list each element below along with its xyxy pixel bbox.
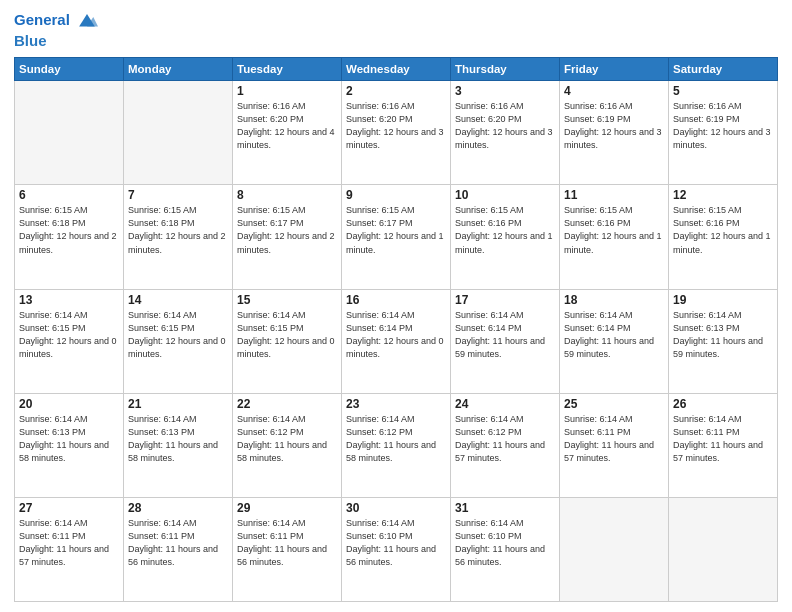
calendar-cell: 28Sunrise: 6:14 AM Sunset: 6:11 PM Dayli… bbox=[124, 497, 233, 601]
day-info: Sunrise: 6:14 AM Sunset: 6:12 PM Dayligh… bbox=[346, 413, 446, 465]
day-info: Sunrise: 6:15 AM Sunset: 6:18 PM Dayligh… bbox=[19, 204, 119, 256]
day-number: 5 bbox=[673, 84, 773, 98]
day-number: 30 bbox=[346, 501, 446, 515]
day-info: Sunrise: 6:14 AM Sunset: 6:11 PM Dayligh… bbox=[673, 413, 773, 465]
calendar-cell: 23Sunrise: 6:14 AM Sunset: 6:12 PM Dayli… bbox=[342, 393, 451, 497]
calendar-cell: 6Sunrise: 6:15 AM Sunset: 6:18 PM Daylig… bbox=[15, 185, 124, 289]
weekday-header-cell: Wednesday bbox=[342, 58, 451, 81]
day-info: Sunrise: 6:14 AM Sunset: 6:13 PM Dayligh… bbox=[128, 413, 228, 465]
day-number: 2 bbox=[346, 84, 446, 98]
day-number: 11 bbox=[564, 188, 664, 202]
day-info: Sunrise: 6:16 AM Sunset: 6:20 PM Dayligh… bbox=[346, 100, 446, 152]
calendar-cell bbox=[669, 497, 778, 601]
calendar-week-row: 6Sunrise: 6:15 AM Sunset: 6:18 PM Daylig… bbox=[15, 185, 778, 289]
calendar-cell: 27Sunrise: 6:14 AM Sunset: 6:11 PM Dayli… bbox=[15, 497, 124, 601]
calendar-cell: 17Sunrise: 6:14 AM Sunset: 6:14 PM Dayli… bbox=[451, 289, 560, 393]
day-info: Sunrise: 6:14 AM Sunset: 6:10 PM Dayligh… bbox=[455, 517, 555, 569]
day-number: 8 bbox=[237, 188, 337, 202]
weekday-header-cell: Thursday bbox=[451, 58, 560, 81]
calendar-cell: 9Sunrise: 6:15 AM Sunset: 6:17 PM Daylig… bbox=[342, 185, 451, 289]
day-number: 16 bbox=[346, 293, 446, 307]
day-number: 25 bbox=[564, 397, 664, 411]
day-info: Sunrise: 6:16 AM Sunset: 6:20 PM Dayligh… bbox=[237, 100, 337, 152]
day-info: Sunrise: 6:14 AM Sunset: 6:11 PM Dayligh… bbox=[128, 517, 228, 569]
day-info: Sunrise: 6:14 AM Sunset: 6:11 PM Dayligh… bbox=[564, 413, 664, 465]
day-info: Sunrise: 6:14 AM Sunset: 6:13 PM Dayligh… bbox=[19, 413, 119, 465]
weekday-header-cell: Friday bbox=[560, 58, 669, 81]
weekday-header-cell: Monday bbox=[124, 58, 233, 81]
day-info: Sunrise: 6:15 AM Sunset: 6:18 PM Dayligh… bbox=[128, 204, 228, 256]
day-number: 6 bbox=[19, 188, 119, 202]
calendar-cell: 1Sunrise: 6:16 AM Sunset: 6:20 PM Daylig… bbox=[233, 81, 342, 185]
day-info: Sunrise: 6:14 AM Sunset: 6:12 PM Dayligh… bbox=[237, 413, 337, 465]
calendar-cell: 10Sunrise: 6:15 AM Sunset: 6:16 PM Dayli… bbox=[451, 185, 560, 289]
day-number: 4 bbox=[564, 84, 664, 98]
day-number: 13 bbox=[19, 293, 119, 307]
day-info: Sunrise: 6:14 AM Sunset: 6:15 PM Dayligh… bbox=[128, 309, 228, 361]
day-number: 27 bbox=[19, 501, 119, 515]
day-info: Sunrise: 6:16 AM Sunset: 6:19 PM Dayligh… bbox=[673, 100, 773, 152]
calendar-week-row: 1Sunrise: 6:16 AM Sunset: 6:20 PM Daylig… bbox=[15, 81, 778, 185]
day-number: 14 bbox=[128, 293, 228, 307]
calendar-cell: 11Sunrise: 6:15 AM Sunset: 6:16 PM Dayli… bbox=[560, 185, 669, 289]
day-info: Sunrise: 6:14 AM Sunset: 6:14 PM Dayligh… bbox=[346, 309, 446, 361]
day-number: 1 bbox=[237, 84, 337, 98]
day-number: 3 bbox=[455, 84, 555, 98]
day-number: 26 bbox=[673, 397, 773, 411]
day-number: 12 bbox=[673, 188, 773, 202]
day-info: Sunrise: 6:15 AM Sunset: 6:16 PM Dayligh… bbox=[673, 204, 773, 256]
day-info: Sunrise: 6:14 AM Sunset: 6:11 PM Dayligh… bbox=[237, 517, 337, 569]
calendar-cell: 2Sunrise: 6:16 AM Sunset: 6:20 PM Daylig… bbox=[342, 81, 451, 185]
calendar-cell: 7Sunrise: 6:15 AM Sunset: 6:18 PM Daylig… bbox=[124, 185, 233, 289]
calendar-cell: 4Sunrise: 6:16 AM Sunset: 6:19 PM Daylig… bbox=[560, 81, 669, 185]
day-number: 15 bbox=[237, 293, 337, 307]
day-info: Sunrise: 6:14 AM Sunset: 6:15 PM Dayligh… bbox=[237, 309, 337, 361]
calendar-week-row: 13Sunrise: 6:14 AM Sunset: 6:15 PM Dayli… bbox=[15, 289, 778, 393]
calendar-cell: 16Sunrise: 6:14 AM Sunset: 6:14 PM Dayli… bbox=[342, 289, 451, 393]
logo: General Blue bbox=[14, 10, 98, 49]
day-number: 10 bbox=[455, 188, 555, 202]
weekday-header-cell: Sunday bbox=[15, 58, 124, 81]
day-info: Sunrise: 6:14 AM Sunset: 6:14 PM Dayligh… bbox=[564, 309, 664, 361]
calendar-cell: 26Sunrise: 6:14 AM Sunset: 6:11 PM Dayli… bbox=[669, 393, 778, 497]
weekday-header-row: SundayMondayTuesdayWednesdayThursdayFrid… bbox=[15, 58, 778, 81]
calendar-cell: 21Sunrise: 6:14 AM Sunset: 6:13 PM Dayli… bbox=[124, 393, 233, 497]
day-number: 31 bbox=[455, 501, 555, 515]
calendar-body: 1Sunrise: 6:16 AM Sunset: 6:20 PM Daylig… bbox=[15, 81, 778, 602]
logo-icon bbox=[76, 10, 98, 32]
calendar-cell: 20Sunrise: 6:14 AM Sunset: 6:13 PM Dayli… bbox=[15, 393, 124, 497]
calendar-cell bbox=[560, 497, 669, 601]
day-number: 7 bbox=[128, 188, 228, 202]
day-number: 29 bbox=[237, 501, 337, 515]
header: General Blue bbox=[14, 10, 778, 49]
day-info: Sunrise: 6:16 AM Sunset: 6:19 PM Dayligh… bbox=[564, 100, 664, 152]
calendar-cell: 12Sunrise: 6:15 AM Sunset: 6:16 PM Dayli… bbox=[669, 185, 778, 289]
calendar-cell: 15Sunrise: 6:14 AM Sunset: 6:15 PM Dayli… bbox=[233, 289, 342, 393]
day-info: Sunrise: 6:15 AM Sunset: 6:17 PM Dayligh… bbox=[237, 204, 337, 256]
calendar-week-row: 20Sunrise: 6:14 AM Sunset: 6:13 PM Dayli… bbox=[15, 393, 778, 497]
day-number: 9 bbox=[346, 188, 446, 202]
logo-text: General bbox=[14, 10, 98, 32]
calendar-cell: 19Sunrise: 6:14 AM Sunset: 6:13 PM Dayli… bbox=[669, 289, 778, 393]
day-info: Sunrise: 6:14 AM Sunset: 6:10 PM Dayligh… bbox=[346, 517, 446, 569]
day-info: Sunrise: 6:14 AM Sunset: 6:15 PM Dayligh… bbox=[19, 309, 119, 361]
calendar-cell: 25Sunrise: 6:14 AM Sunset: 6:11 PM Dayli… bbox=[560, 393, 669, 497]
calendar-cell: 18Sunrise: 6:14 AM Sunset: 6:14 PM Dayli… bbox=[560, 289, 669, 393]
day-number: 28 bbox=[128, 501, 228, 515]
day-number: 17 bbox=[455, 293, 555, 307]
day-number: 19 bbox=[673, 293, 773, 307]
day-info: Sunrise: 6:14 AM Sunset: 6:12 PM Dayligh… bbox=[455, 413, 555, 465]
calendar-cell: 29Sunrise: 6:14 AM Sunset: 6:11 PM Dayli… bbox=[233, 497, 342, 601]
calendar-cell bbox=[15, 81, 124, 185]
calendar-table: SundayMondayTuesdayWednesdayThursdayFrid… bbox=[14, 57, 778, 602]
calendar-cell bbox=[124, 81, 233, 185]
day-info: Sunrise: 6:14 AM Sunset: 6:14 PM Dayligh… bbox=[455, 309, 555, 361]
day-info: Sunrise: 6:14 AM Sunset: 6:13 PM Dayligh… bbox=[673, 309, 773, 361]
day-number: 20 bbox=[19, 397, 119, 411]
day-info: Sunrise: 6:15 AM Sunset: 6:16 PM Dayligh… bbox=[564, 204, 664, 256]
day-info: Sunrise: 6:15 AM Sunset: 6:16 PM Dayligh… bbox=[455, 204, 555, 256]
calendar-cell: 13Sunrise: 6:14 AM Sunset: 6:15 PM Dayli… bbox=[15, 289, 124, 393]
day-info: Sunrise: 6:16 AM Sunset: 6:20 PM Dayligh… bbox=[455, 100, 555, 152]
calendar-cell: 5Sunrise: 6:16 AM Sunset: 6:19 PM Daylig… bbox=[669, 81, 778, 185]
day-number: 21 bbox=[128, 397, 228, 411]
